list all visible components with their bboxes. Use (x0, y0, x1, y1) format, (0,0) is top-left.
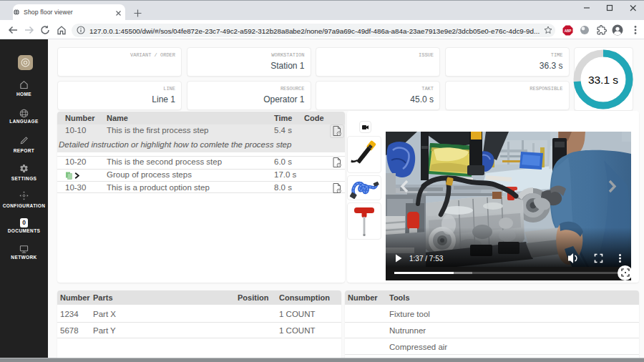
svg-text:ABP: ABP (565, 29, 572, 33)
svg-text:1:37 / 7:53: 1:37 / 7:53 (409, 255, 444, 263)
svg-text:33.1 s: 33.1 s (588, 74, 618, 86)
